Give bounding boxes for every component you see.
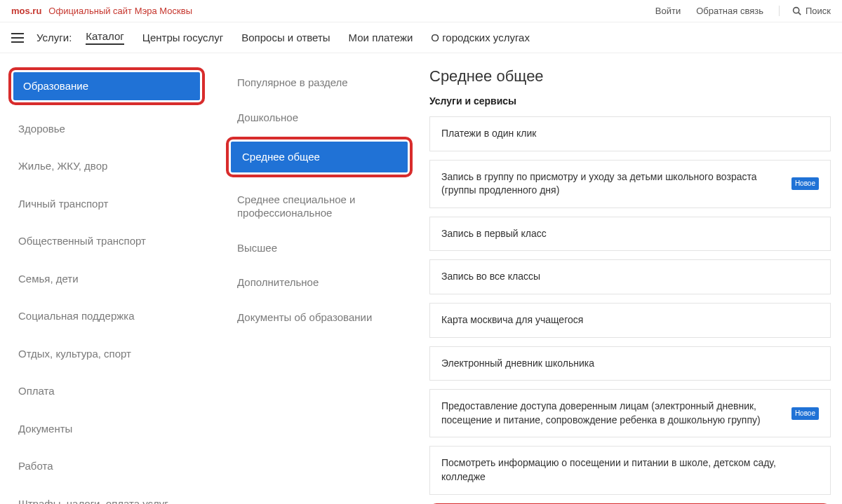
topbar: mos.ru Официальный сайт Мэра Москвы Войт… [0, 0, 842, 22]
nav-faq[interactable]: Вопросы и ответы [241, 32, 330, 43]
category-item[interactable]: Работа [8, 452, 205, 480]
section-label: Услуги и сервисы [429, 95, 831, 107]
category-item[interactable]: Личный транспорт [8, 190, 205, 218]
subcategory-item[interactable]: Среднее специальное и профессиональное [226, 184, 413, 229]
nav-centers[interactable]: Центры госуслуг [142, 32, 223, 43]
login-link[interactable]: Войти [655, 6, 681, 16]
site-logo[interactable]: mos.ru [11, 6, 41, 16]
subcategory-item[interactable]: Дошкольное [226, 102, 413, 133]
svg-point-0 [794, 8, 799, 13]
subcategory-item[interactable]: Популярное в разделе [226, 67, 413, 98]
search-label: Поиск [806, 6, 831, 16]
content: Образование Здоровье Жилье, ЖКУ, двор Ли… [0, 53, 842, 504]
service-text: Платежи в один клик [441, 127, 819, 141]
nav-payments[interactable]: Мои платежи [349, 32, 413, 43]
service-text: Электронный дневник школьника [441, 357, 819, 371]
service-card[interactable]: Электронный дневник школьника [429, 346, 831, 381]
subcategory-item[interactable]: Высшее [226, 233, 413, 264]
service-card[interactable]: Карта москвича для учащегося [429, 303, 831, 338]
category-item[interactable]: Семья, дети [8, 265, 205, 293]
svg-line-1 [798, 13, 801, 15]
site-description: Официальный сайт Мэра Москвы [48, 6, 192, 16]
category-item[interactable]: Оплата [8, 377, 205, 405]
services-column: Среднее общее Услуги и сервисы Платежи в… [421, 67, 831, 504]
svg-rect-2 [11, 33, 24, 34]
svg-rect-4 [11, 41, 24, 43]
highlight-category: Образование [8, 67, 205, 105]
service-card[interactable]: Запись в первый класс [429, 217, 831, 252]
service-text: Запись в первый класс [441, 227, 819, 241]
service-text: Карта москвича для учащегося [441, 313, 819, 327]
service-text: Предоставление доступа доверенным лицам … [441, 400, 782, 427]
subcategory-item[interactable]: Документы об образовании [226, 302, 413, 333]
category-item[interactable]: Жилье, ЖКУ, двор [8, 152, 205, 180]
highlight-subcategory: Среднее общее [226, 137, 413, 177]
feedback-link[interactable]: Обратная связь [696, 6, 763, 16]
badge-new: Новое [791, 407, 819, 420]
service-text: Запись во все классы [441, 270, 819, 284]
category-item[interactable]: Отдых, культура, спорт [8, 340, 205, 368]
search-button[interactable]: Поиск [779, 6, 831, 16]
service-card[interactable]: Платежи в один клик [429, 116, 831, 151]
service-text: Запись в группу по присмотру и уходу за … [441, 170, 782, 198]
service-text: Посмотреть информацию о посещении и пита… [441, 456, 819, 484]
nav-catalog[interactable]: Каталог [86, 30, 124, 45]
service-card[interactable]: Посмотреть информацию о посещении и пита… [429, 446, 831, 494]
service-card[interactable]: Запись в группу по присмотру и уходу за … [429, 160, 831, 208]
hamburger-menu[interactable] [11, 33, 24, 43]
nav-about[interactable]: О городских услугах [431, 32, 530, 43]
subcategory-item-secondary[interactable]: Среднее общее [231, 142, 408, 172]
category-item[interactable]: Общественный транспорт [8, 227, 205, 255]
category-item-education[interactable]: Образование [13, 72, 200, 100]
badge-new: Новое [791, 177, 819, 190]
search-icon [792, 6, 801, 15]
category-item[interactable]: Документы [8, 415, 205, 443]
category-item[interactable]: Штрафы, налоги, оплата услуг [8, 490, 205, 505]
category-item[interactable]: Социальная поддержка [8, 302, 205, 330]
page-title: Среднее общее [429, 67, 831, 86]
subcategory-item[interactable]: Дополнительное [226, 267, 413, 298]
nav-services-label: Услуги: [36, 32, 72, 43]
svg-rect-3 [11, 37, 24, 39]
category-item[interactable]: Здоровье [8, 115, 205, 143]
category-column: Образование Здоровье Жилье, ЖКУ, двор Ли… [8, 67, 213, 504]
subcategory-column: Популярное в разделе Дошкольное Среднее … [213, 67, 421, 504]
service-card[interactable]: Запись во все классы [429, 259, 831, 294]
hamburger-icon [11, 33, 24, 43]
service-card[interactable]: Предоставление доступа доверенным лицам … [429, 389, 831, 437]
navbar: Услуги: Каталог Центры госуслуг Вопросы … [0, 22, 842, 53]
